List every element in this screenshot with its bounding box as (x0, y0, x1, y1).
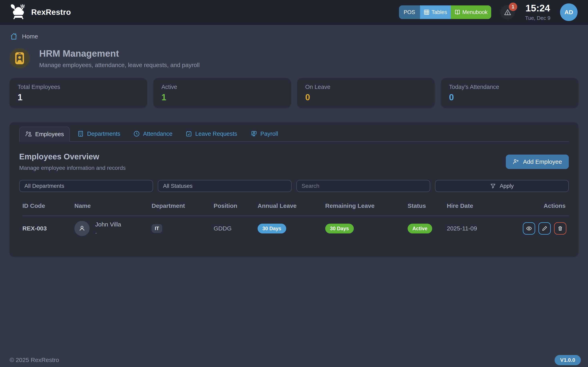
clock-icon (133, 131, 140, 137)
clock-time: 15:24 (525, 3, 550, 13)
tab-leave-requests[interactable]: Leave Requests (180, 126, 243, 141)
brand-name: RexRestro (31, 8, 71, 17)
department-filter[interactable]: All Departments (19, 180, 153, 192)
book-icon (454, 9, 460, 15)
home-icon (10, 32, 18, 41)
navbar: RexRestro POS Tables (0, 0, 588, 25)
user-avatar[interactable]: AD (560, 3, 578, 21)
view-button[interactable] (523, 222, 535, 235)
employee-avatar-icon (74, 221, 90, 236)
employee-status: Active (408, 224, 447, 234)
table-header: ID Code Name Department Position Annual … (22, 202, 569, 216)
hrm-module-icon (10, 48, 30, 68)
tab-bar: Employees Departments (19, 126, 569, 142)
row-actions (522, 222, 569, 235)
hrm-card: Employees Departments (10, 122, 578, 257)
overview-header: Employees Overview Manage employee infor… (19, 152, 569, 171)
tab-attendance[interactable]: Attendance (128, 126, 178, 141)
payroll-icon (250, 130, 257, 137)
user-plus-icon (513, 158, 519, 165)
tab-employees[interactable]: Employees (19, 126, 70, 142)
page-body: Home HRM Management Manage employees, at… (0, 25, 588, 349)
building-icon (77, 131, 84, 137)
stat-on-leave: On Leave 0 (297, 78, 435, 108)
apply-button[interactable]: Apply (435, 180, 569, 192)
filters-row: All Departments All Statuses Search Appl… (19, 180, 569, 192)
breadcrumb-home[interactable]: Home (22, 33, 38, 40)
stat-active: Active 1 (153, 78, 291, 108)
table-row: REX-003 John Villa - (22, 216, 569, 241)
page-header-text: HRM Management Manage employees, attenda… (39, 48, 200, 68)
add-employee-button[interactable]: Add Employee (506, 155, 569, 169)
employee-name-sub: - (95, 230, 121, 236)
hrm-page: RexRestro POS Tables (0, 0, 588, 367)
calendar-check-icon (185, 131, 192, 137)
page-title: HRM Management (39, 48, 200, 59)
employee-hire-date: 2025-11-09 (447, 225, 522, 232)
breadcrumb[interactable]: Home (10, 32, 578, 41)
clock-date: Tue, Dec 9 (525, 15, 550, 21)
employee-id: REX-003 (22, 225, 74, 232)
notification-badge: 1 (509, 3, 517, 11)
pos-button[interactable]: POS (399, 5, 420, 19)
page-header: HRM Management Manage employees, attenda… (10, 48, 578, 68)
employee-annual-leave: 30 Days (258, 224, 325, 234)
nav-mode-switch: POS Tables (399, 5, 491, 19)
version-badge: V1.0.0 (555, 355, 581, 365)
edit-button[interactable] (538, 222, 551, 235)
delete-button[interactable] (554, 222, 566, 235)
employees-table: ID Code Name Department Position Annual … (19, 202, 569, 241)
overview-text: Employees Overview Manage employee infor… (19, 152, 126, 171)
stat-total-employees: Total Employees 1 (10, 78, 147, 108)
tab-payroll[interactable]: Payroll (245, 126, 284, 141)
employee-department: IT (152, 224, 214, 233)
overview-subtitle: Manage employee information and records (19, 165, 126, 171)
employee-name[interactable]: John Villa (95, 221, 121, 228)
funnel-icon (490, 183, 496, 189)
stat-todays-attendance: Today's Attendance 0 (441, 78, 578, 108)
employee-remaining-leave: 30 Days (325, 224, 408, 234)
notification-button[interactable]: 1 (500, 5, 515, 19)
tables-button[interactable]: Tables (420, 5, 451, 19)
employee-position: GDDG (214, 225, 258, 232)
employee-name-text: John Villa - (95, 221, 121, 236)
menubook-button[interactable]: Menubook (451, 5, 491, 19)
clock: 15:24 Tue, Dec 9 (525, 3, 550, 21)
page-subtitle: Manage employees, attendance, leave requ… (39, 62, 200, 68)
status-filter[interactable]: All Statuses (158, 180, 292, 192)
copyright: © 2025 RexRestro (10, 357, 59, 363)
grid-icon (424, 9, 430, 15)
search-input[interactable]: Search (296, 180, 430, 192)
stats-row: Total Employees 1 Active 1 On Leave 0 To… (10, 78, 578, 108)
brand-logo-icon (10, 3, 27, 21)
brand[interactable]: RexRestro (10, 3, 71, 21)
tab-departments[interactable]: Departments (72, 126, 126, 141)
users-icon (25, 131, 32, 138)
employee-name-cell: John Villa - (74, 221, 152, 236)
overview-title: Employees Overview (19, 152, 126, 161)
footer: © 2025 RexRestro V1.0.0 (0, 349, 588, 367)
